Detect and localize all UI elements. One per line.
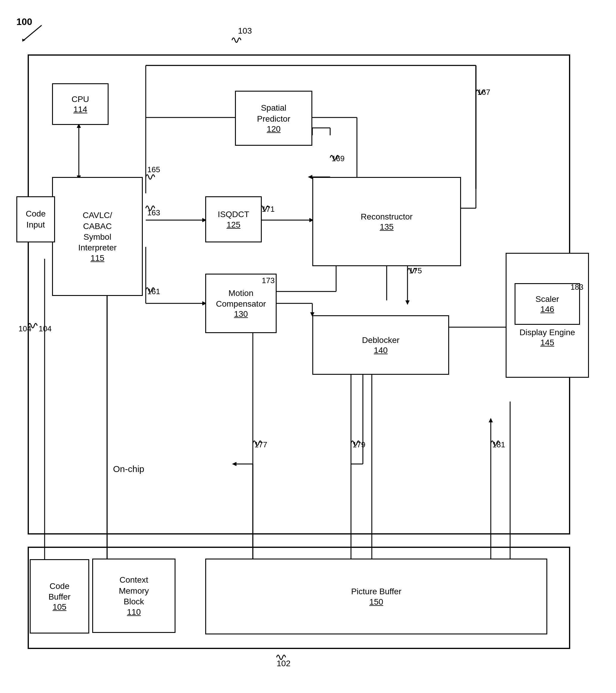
code-input-label: CodeInput xyxy=(26,209,46,230)
cavlc-label: CAVLC/CABACSymbolInterpreter xyxy=(78,210,117,253)
picture-buffer-label: Picture Buffer xyxy=(351,586,401,597)
isqdct-label: ISQDCT xyxy=(218,209,249,220)
deblocker-label: Deblocker xyxy=(362,335,399,345)
svg-marker-45 xyxy=(489,418,493,422)
label-173: 173 xyxy=(262,276,275,285)
code-input-block: CodeInput xyxy=(16,196,55,242)
label-on-chip: On-chip xyxy=(113,464,144,474)
isqdct-number: 125 xyxy=(227,220,241,230)
display-engine-label: Display Engine xyxy=(520,327,575,338)
label-104a: 104 xyxy=(18,324,31,333)
motion-compensator-number: 130 xyxy=(234,309,248,319)
label-175: 175 xyxy=(409,266,422,275)
reconstructor-number: 135 xyxy=(380,222,394,232)
cavlc-block: CAVLC/CABACSymbolInterpreter 115 xyxy=(52,177,143,296)
scaler-number: 146 xyxy=(540,304,554,314)
label-171: 171 xyxy=(262,205,275,214)
label-103: 103 xyxy=(238,26,252,36)
cpu-label: CPU xyxy=(72,94,89,105)
cpu-block: CPU 114 xyxy=(52,83,108,125)
display-engine-block: Scaler 146 Display Engine 145 xyxy=(506,253,589,378)
label-167: 167 xyxy=(477,88,490,97)
scaler-label: Scaler xyxy=(535,294,559,304)
isqdct-block: ISQDCT 125 xyxy=(205,196,262,242)
diagram: 100 103 102 CPU 114 CAVLC/CABACSymbolInt… xyxy=(0,0,616,693)
label-104b: 104 xyxy=(39,324,52,333)
label-161: 161 xyxy=(147,287,160,296)
spatial-predictor-block: SpatialPredictor 120 xyxy=(235,91,312,146)
label-102: 102 xyxy=(277,659,291,668)
spatial-predictor-number: 120 xyxy=(267,124,281,134)
svg-marker-41 xyxy=(232,462,236,466)
label-179: 179 xyxy=(353,440,365,450)
label-181: 181 xyxy=(492,440,505,450)
cpu-number: 114 xyxy=(74,105,87,114)
scaler-inner-block: Scaler 146 xyxy=(515,283,580,325)
spatial-predictor-label: SpatialPredictor xyxy=(257,103,290,124)
display-engine-number: 145 xyxy=(540,338,554,348)
svg-line-70 xyxy=(24,25,42,40)
motion-compensator-label: MotionCompen­sator xyxy=(216,288,266,310)
label-183: 183 xyxy=(571,282,583,292)
code-buffer-block: CodeBuffer 105 xyxy=(30,559,89,634)
diagram-arrow xyxy=(18,22,54,46)
deblocker-number: 140 xyxy=(374,345,388,355)
svg-marker-30 xyxy=(405,300,410,305)
label-163: 163 xyxy=(147,208,160,217)
picture-buffer-block: Picture Buffer 150 xyxy=(205,558,547,634)
code-buffer-label: CodeBuffer xyxy=(48,581,71,602)
code-buffer-number: 105 xyxy=(53,602,67,612)
reconstructor-label: Reconstructor xyxy=(361,212,413,222)
context-memory-label: ContextMemoryBlock xyxy=(119,575,149,607)
label-169: 169 xyxy=(332,154,344,163)
reconstructor-block: Reconstructor 135 xyxy=(312,177,461,266)
deblocker-block: Deblocker 140 xyxy=(312,315,449,375)
context-memory-number: 110 xyxy=(127,607,141,617)
label-177: 177 xyxy=(254,440,267,450)
cavlc-number: 115 xyxy=(91,253,104,263)
picture-buffer-number: 150 xyxy=(370,597,383,607)
label-165: 165 xyxy=(147,165,160,174)
svg-marker-56 xyxy=(308,175,312,179)
context-memory-block: ContextMemoryBlock 110 xyxy=(92,558,176,633)
